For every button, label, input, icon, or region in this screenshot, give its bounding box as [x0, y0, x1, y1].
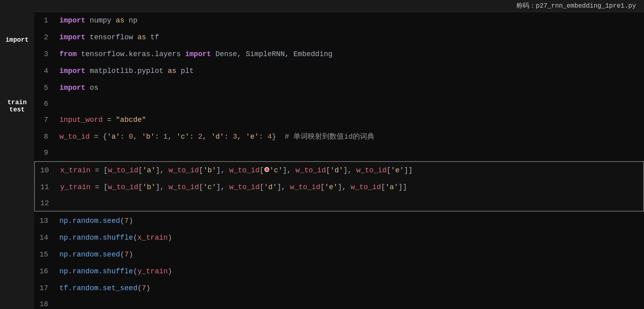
token-normal: ], — [343, 166, 356, 174]
token-normal: ], — [282, 166, 295, 174]
token-normal: np — [124, 16, 137, 24]
token-paren: ( — [133, 234, 138, 242]
token-paren: ( — [137, 284, 142, 292]
token-bracket-key: 'a' — [385, 183, 398, 191]
token-func-name: seed — [103, 217, 120, 225]
token-var-name: w_to_id — [108, 183, 138, 191]
code-line-2: 2import tensorflow as tf — [34, 29, 644, 46]
line-number: 13 — [34, 217, 56, 225]
token-normal: tensorflow — [85, 33, 138, 41]
token-normal: [ — [199, 166, 203, 174]
token-num-val: 1 — [163, 133, 168, 141]
token-bracket-key: 'c' — [177, 133, 189, 141]
token-bracket-key: 'e' — [246, 133, 259, 141]
token-normal: tensorflow.keras.layers — [77, 50, 185, 58]
code-line-8: 8w_to_id = {'a': 0, 'b': 1, 'c': 2, 'd':… — [34, 128, 644, 145]
token-normal: : — [155, 133, 164, 141]
code-line-12: 12 — [35, 196, 643, 211]
token-normal: Dense, SimpleRNN, Embedding — [211, 50, 332, 58]
line-content — [56, 152, 644, 153]
token-var-name: w_to_id — [351, 183, 381, 191]
train-test-text: train test — [7, 99, 26, 113]
token-normal: tf — [146, 33, 159, 41]
token-bracket-key: 'a' — [142, 166, 155, 174]
token-bracket-key: 'a' — [107, 133, 120, 141]
token-normal: , — [237, 133, 246, 141]
line-number: 6 — [34, 100, 56, 108]
left-label-panel: import train test — [0, 0, 34, 309]
token-kw-as: as — [137, 33, 146, 41]
line-content: import matplotlib.pyplot as plt — [56, 63, 644, 79]
token-normal: [ — [386, 166, 391, 174]
line-content — [57, 202, 643, 204]
line-content: np.random.seed(7) — [56, 246, 644, 263]
token-normal: [ — [199, 183, 203, 191]
token-var-name: w_to_id — [169, 183, 199, 191]
line-content: y_train = [w_to_id['b'], w_to_id['c'], w… — [57, 179, 643, 196]
token-comment-cn: # 单词映射到数值id的词典 — [285, 133, 374, 141]
token-method: np.random. — [59, 234, 103, 242]
token-bracket-key: 'd' — [330, 166, 343, 174]
cursor-dot — [264, 167, 269, 172]
token-bracket-key: 'e' — [325, 183, 337, 191]
line-content: np.random.seed(7) — [56, 212, 644, 229]
token-func-name: set_seed — [103, 284, 137, 292]
token-var-name: w_to_id — [296, 166, 326, 174]
code-line-10: 10x_train = [w_to_id['a'], w_to_id['b'],… — [35, 162, 643, 179]
line-number: 11 — [35, 183, 57, 191]
code-line-16: 16np.random.shuffle(y_train) — [34, 263, 644, 280]
token-num-val: 7 — [124, 217, 129, 225]
line-number: 12 — [35, 199, 57, 207]
line-content: import os — [56, 79, 644, 96]
line-content: w_to_id = {'a': 0, 'b': 1, 'c': 2, 'd': … — [56, 128, 644, 145]
code-line-14: 14np.random.shuffle(x_train) — [34, 229, 644, 246]
line-content: np.random.shuffle(y_train) — [56, 263, 644, 280]
code-line-1: 1import numpy as np — [34, 12, 644, 29]
code-line-11: 11y_train = [w_to_id['b'], w_to_id['c'],… — [35, 179, 643, 196]
token-bracket-key: 'd' — [211, 133, 224, 141]
token-paren: ) — [168, 267, 172, 275]
token-num-val: 3 — [233, 133, 237, 141]
code-line-3: 3from tensorflow.keras.layers import Den… — [34, 46, 644, 63]
token-var-name: w_to_id — [290, 183, 321, 191]
token-paren: ( — [120, 217, 124, 225]
token-kw-as: as — [116, 16, 124, 24]
token-normal: : — [189, 133, 198, 141]
line-content: from tensorflow.keras.layers import Dens… — [56, 46, 644, 63]
token-normal: ]] — [398, 183, 407, 191]
token-paren: ) — [129, 217, 133, 225]
line-content — [56, 103, 644, 105]
code-container: 1import numpy as np2import tensorflow as… — [34, 12, 644, 309]
train-test-label: train test — [0, 80, 34, 132]
token-kw-from: from — [59, 50, 77, 58]
token-bracket-key: 'b' — [203, 166, 216, 174]
code-line-7: 7input_word = "abcde" — [34, 111, 644, 128]
code-line-9: 9 — [34, 145, 644, 160]
token-kw-import: import — [59, 33, 85, 41]
file-title: 称码：p27_rnn_embedding_1pre1.py — [516, 2, 636, 10]
line-number: 8 — [34, 133, 56, 141]
token-normal: = [ — [91, 166, 108, 174]
token-normal: os — [85, 84, 98, 92]
line-number: 14 — [34, 234, 56, 242]
token-var-name: w_to_id — [108, 166, 138, 174]
line-content: import tensorflow as tf — [56, 29, 644, 46]
token-num-val: 7 — [142, 284, 146, 292]
token-normal: matplotlib.pyplot — [85, 67, 168, 75]
token-var-name: x_train — [60, 166, 91, 174]
token-method: np.random. — [59, 217, 103, 225]
line-number: 18 — [34, 300, 56, 308]
token-kw-import: import — [59, 84, 85, 92]
line-content: tf.random.set_seed(7) — [56, 280, 644, 297]
token-var-name: w_to_id — [356, 166, 387, 174]
token-paren: ( — [133, 267, 138, 275]
token-normal: [ — [326, 166, 330, 174]
token-var-name: y_train — [60, 183, 91, 191]
token-num-val: 7 — [124, 250, 129, 259]
line-content: np.random.shuffle(x_train) — [56, 229, 644, 246]
token-func-name: shuffle — [103, 234, 133, 242]
token-normal: ], — [156, 183, 169, 191]
token-normal: numpy — [85, 16, 116, 24]
token-normal: ], — [337, 183, 350, 191]
token-kw-import: import — [59, 67, 85, 75]
